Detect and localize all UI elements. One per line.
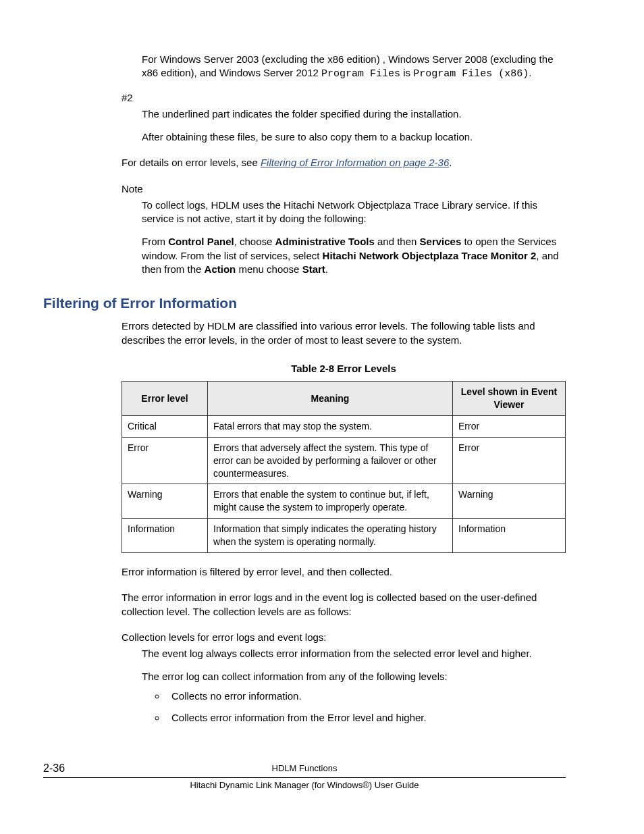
list-item: Collects no error information.	[166, 689, 566, 703]
body-content: For Windows Server 2003 (excluding the x…	[122, 53, 566, 276]
paragraph: For Windows Server 2003 (excluding the x…	[142, 53, 566, 82]
cell: Fatal errors that may stop the system.	[208, 415, 453, 437]
paragraph: For details on error levels, see Filteri…	[122, 156, 566, 170]
paragraph: The underlined part indicates the folder…	[142, 107, 566, 121]
bold-text: Hitachi Network Objectplaza Trace Monito…	[323, 250, 537, 261]
code-text: Program Files	[321, 68, 400, 80]
table-caption: Table 2-8 Error Levels	[122, 362, 566, 375]
table-row: Error Errors that adversely affect the s…	[122, 437, 566, 484]
text: .	[449, 157, 452, 168]
footer-subtitle: Hitachi Dynamic Link Manager (for Window…	[190, 780, 419, 790]
page-footer: 2-36 HDLM Functions Hitachi Dynamic Link…	[43, 762, 566, 791]
bold-text: Start	[302, 263, 325, 275]
cell: Warning	[453, 484, 566, 519]
table-row: Warning Errors that enable the system to…	[122, 484, 566, 519]
note1-block: For Windows Server 2003 (excluding the x…	[142, 53, 566, 82]
paragraph: The error log can collect information fr…	[142, 670, 566, 683]
paragraph: From Control Panel, choose Administrativ…	[142, 235, 566, 276]
bold-text: Action	[205, 263, 236, 275]
cell: Error	[122, 437, 208, 484]
bold-text: Control Panel	[168, 236, 234, 247]
text: .	[529, 67, 531, 78]
indent-block: The event log always collects error info…	[142, 647, 566, 725]
cell: Errors that enable the system to continu…	[208, 484, 453, 519]
text: menu choose	[236, 263, 302, 275]
cell: Warning	[122, 484, 208, 519]
paragraph: Errors detected by HDLM are classified i…	[122, 319, 566, 347]
note-block: To collect logs, HDLM uses the Hitachi N…	[142, 199, 566, 276]
error-levels-table: Error level Meaning Level shown in Event…	[122, 381, 566, 553]
paragraph: To collect logs, HDLM uses the Hitachi N…	[142, 199, 566, 226]
bold-text: Administrative Tools	[275, 236, 375, 247]
col-header: Error level	[122, 382, 208, 416]
page-number: 2-36	[43, 761, 65, 776]
filtering-link[interactable]: Filtering of Error Information on page 2…	[261, 157, 449, 168]
bold-text: Services	[420, 236, 462, 247]
footer-title: HDLM Functions	[272, 763, 338, 773]
note2-label: #2	[122, 91, 566, 105]
code-text: Program Files (x86)	[413, 68, 529, 80]
text: , choose	[234, 236, 275, 247]
text: .	[325, 263, 328, 275]
cell: Information	[122, 519, 208, 553]
note2-block: The underlined part indicates the folder…	[142, 107, 566, 145]
paragraph: The error information in error logs and …	[122, 591, 566, 619]
list-item: Collects error information from the Erro…	[166, 711, 566, 725]
note-label: Note	[122, 182, 566, 196]
table-row: Information Information that simply indi…	[122, 519, 566, 553]
paragraph: Error information is filtered by error l…	[122, 565, 566, 579]
paragraph: Collection levels for error logs and eve…	[122, 631, 566, 644]
paragraph: The event log always collects error info…	[142, 647, 566, 660]
cell: Information that simply indicates the op…	[208, 519, 453, 553]
cell: Information	[453, 519, 566, 553]
footer-rule	[43, 777, 566, 778]
col-header: Level shown in Event Viewer	[453, 382, 566, 416]
text: From	[142, 236, 168, 247]
text: and then	[375, 236, 420, 247]
cell: Error	[453, 437, 566, 484]
text: is	[400, 67, 413, 78]
table-row: Critical Fatal errors that may stop the …	[122, 415, 566, 437]
paragraph: After obtaining these files, be sure to …	[142, 130, 566, 144]
text: For details on error levels, see	[122, 157, 261, 168]
table-header-row: Error level Meaning Level shown in Event…	[122, 382, 566, 416]
section-body: Errors detected by HDLM are classified i…	[122, 319, 566, 725]
cell: Errors that adversely affect the system.…	[208, 437, 453, 484]
cell: Error	[453, 415, 566, 437]
cell: Critical	[122, 415, 208, 437]
section-heading: Filtering of Error Information	[43, 294, 566, 313]
col-header: Meaning	[208, 382, 453, 416]
bullet-list: Collects no error information. Collects …	[142, 689, 566, 725]
